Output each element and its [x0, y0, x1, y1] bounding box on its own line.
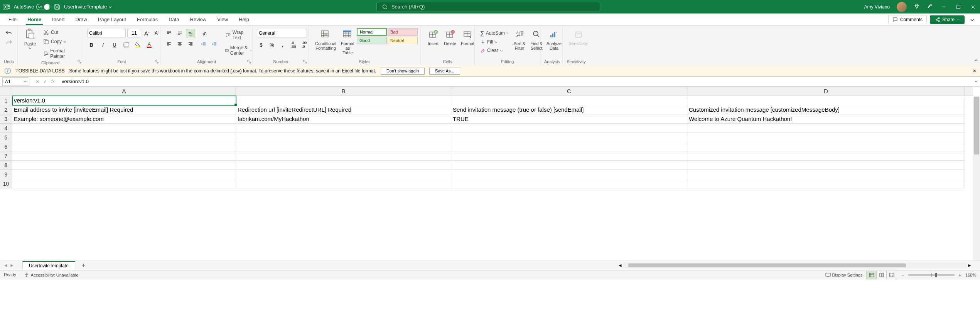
align-bottom-button[interactable]	[186, 29, 195, 37]
minimize-button[interactable]	[940, 3, 948, 11]
bold-button[interactable]: B	[87, 40, 96, 49]
close-message-button[interactable]: ×	[973, 68, 976, 74]
expand-formula-button[interactable]	[972, 79, 980, 84]
increase-font-button[interactable]: A˄	[143, 29, 151, 37]
clipboard-dialog-launcher[interactable]	[78, 59, 82, 64]
row-header-5[interactable]: 5	[0, 133, 12, 142]
cell-A1[interactable]: version:v1.0	[12, 96, 236, 105]
percent-format-button[interactable]: %	[268, 40, 276, 49]
save-button[interactable]	[54, 4, 60, 10]
cell-D9[interactable]	[687, 170, 965, 179]
decrease-indent-button[interactable]	[199, 40, 208, 48]
tab-data[interactable]: Data	[163, 14, 184, 25]
cell-C10[interactable]	[451, 179, 687, 188]
prev-sheet-button[interactable]: ◄	[3, 263, 8, 268]
underline-button[interactable]: U	[110, 40, 119, 49]
insert-cells-button[interactable]: Insert	[425, 27, 442, 47]
row-header-10[interactable]: 10	[0, 179, 12, 188]
delete-cells-button[interactable]: Delete	[442, 27, 459, 47]
comments-button[interactable]: Comments	[888, 15, 927, 24]
cell-A9[interactable]	[12, 170, 236, 179]
accounting-format-button[interactable]: $	[257, 40, 265, 49]
coming-soon-icon[interactable]	[927, 3, 933, 10]
format-cells-button[interactable]: Format	[459, 27, 477, 47]
tab-file[interactable]: File	[3, 14, 22, 25]
normal-view-button[interactable]	[867, 271, 877, 279]
align-center-button[interactable]	[175, 40, 184, 48]
column-header-C[interactable]: C	[451, 87, 687, 96]
cancel-formula-button[interactable]: ✕	[34, 78, 41, 85]
decrease-font-button[interactable]: A˅	[153, 29, 161, 37]
tab-view[interactable]: View	[212, 14, 233, 25]
horizontal-scrollbar[interactable]: ◄ ►	[617, 263, 972, 268]
borders-button[interactable]	[122, 40, 130, 49]
tab-home[interactable]: Home	[22, 14, 47, 25]
align-top-button[interactable]	[164, 29, 174, 37]
share-button[interactable]: Share	[930, 15, 965, 24]
orientation-button[interactable]: ab	[199, 29, 208, 37]
comma-format-button[interactable]: ,	[278, 40, 287, 49]
row-header-1[interactable]: 1	[0, 96, 12, 105]
filename[interactable]: UserInviteTemplate	[64, 4, 112, 10]
increase-indent-button[interactable]	[210, 40, 219, 48]
cell-B3[interactable]: fabrikam.com/MyHackathon	[236, 114, 451, 124]
sheet-tab-active[interactable]: UserInviteTemplate	[22, 261, 75, 270]
cell-A2[interactable]: Email address to invite [inviteeEmail] R…	[12, 105, 236, 114]
font-color-button[interactable]: A	[145, 40, 153, 49]
cell-D10[interactable]	[687, 179, 965, 188]
cell-D3[interactable]: Welcome to Azure Quantum Hackathon!	[687, 114, 965, 124]
name-box[interactable]: A1	[2, 77, 29, 86]
cell-C7[interactable]	[451, 151, 687, 161]
tab-draw[interactable]: Draw	[70, 14, 93, 25]
dont-show-again-button[interactable]: Don't show again	[381, 67, 425, 75]
message-text[interactable]: Some features might be lost if you save …	[69, 68, 376, 74]
wrap-text-button[interactable]: Wrap Text	[224, 29, 253, 41]
accessibility-status[interactable]: Accessibility: Unavailable	[24, 272, 79, 278]
cell-style-neutral[interactable]: Neutral	[388, 37, 418, 44]
insert-function-button[interactable]: fx	[49, 78, 56, 85]
user-avatar[interactable]	[897, 2, 907, 12]
tab-page-layout[interactable]: Page Layout	[93, 14, 132, 25]
cell-D1[interactable]	[687, 96, 965, 105]
cell-A3[interactable]: Example: someone@example.com	[12, 114, 236, 124]
vertical-scrollbar[interactable]	[973, 96, 980, 260]
analyze-data-button[interactable]: Analyze Data	[544, 27, 564, 51]
autosum-button[interactable]: ∑AutoSum	[479, 29, 511, 37]
row-header-8[interactable]: 8	[0, 161, 12, 170]
fill-color-button[interactable]	[133, 40, 142, 49]
tab-formulas[interactable]: Formulas	[132, 14, 163, 25]
cell-D7[interactable]	[687, 151, 965, 161]
cell-B9[interactable]	[236, 170, 451, 179]
format-painter-button[interactable]: Format Painter	[42, 47, 79, 60]
add-sheet-button[interactable]: +	[79, 262, 88, 269]
font-name-select[interactable]	[87, 29, 126, 37]
page-layout-view-button[interactable]	[877, 271, 887, 279]
zoom-slider[interactable]	[908, 274, 955, 276]
cell-C3[interactable]: TRUE	[451, 114, 687, 124]
cell-A5[interactable]	[12, 133, 236, 142]
increase-decimal-button[interactable]: .0.00	[289, 40, 298, 49]
number-dialog-launcher[interactable]	[303, 59, 308, 64]
column-header-B[interactable]: B	[236, 87, 451, 96]
italic-button[interactable]: I	[99, 40, 107, 49]
formula-bar[interactable]: version:v1.0	[59, 79, 972, 84]
cell-C8[interactable]	[451, 161, 687, 170]
page-break-view-button[interactable]	[887, 271, 897, 279]
cell-B1[interactable]	[236, 96, 451, 105]
cell-B7[interactable]	[236, 151, 451, 161]
tab-help[interactable]: Help	[233, 14, 255, 25]
cell-A4[interactable]	[12, 124, 236, 133]
cell-C9[interactable]	[451, 170, 687, 179]
tab-review[interactable]: Review	[185, 14, 212, 25]
row-header-6[interactable]: 6	[0, 142, 12, 151]
cell-D5[interactable]	[687, 133, 965, 142]
close-button[interactable]	[969, 3, 977, 11]
cell-D8[interactable]	[687, 161, 965, 170]
cell-B6[interactable]	[236, 142, 451, 151]
cell-B2[interactable]: Redirection url [inviteRedirectURL] Requ…	[236, 105, 451, 114]
cell-C2[interactable]: Send invitation message (true or false) …	[451, 105, 687, 114]
cell-C6[interactable]	[451, 142, 687, 151]
autosave-toggle[interactable]: AutoSave Off	[14, 4, 50, 10]
diamond-icon[interactable]	[914, 3, 920, 10]
enter-formula-button[interactable]: ✓	[42, 78, 49, 85]
